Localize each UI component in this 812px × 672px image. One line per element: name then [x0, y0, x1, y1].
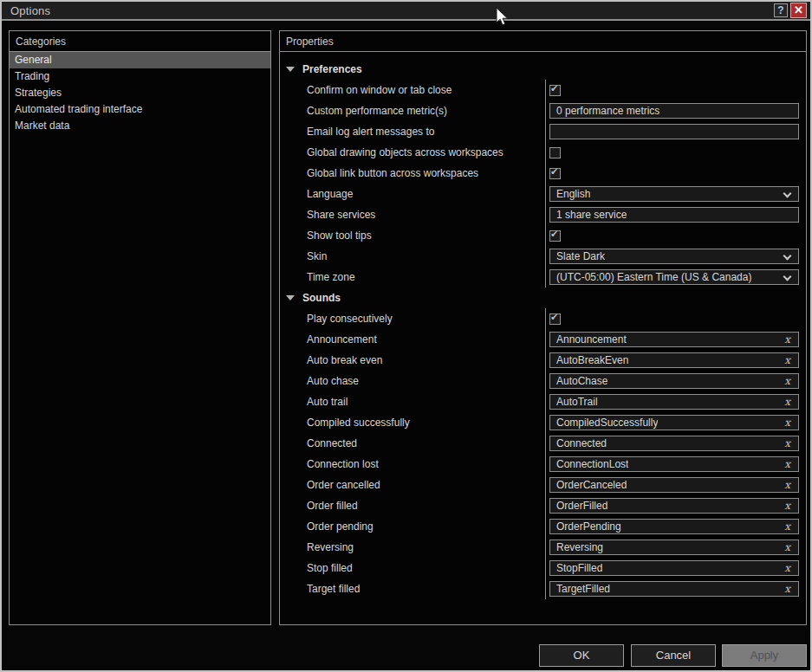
- property-label: Reversing: [280, 537, 545, 558]
- property-control-cell: AutoChasex: [545, 371, 806, 391]
- category-item-market-data[interactable]: Market data: [10, 118, 270, 134]
- sound-field-order-cancelled[interactable]: OrderCanceledx: [549, 477, 799, 493]
- checkbox-play-consecutively[interactable]: ✔: [549, 313, 561, 325]
- field-value: 0 performance metrics: [556, 105, 659, 117]
- sound-field-auto-break-even[interactable]: AutoBreakEvenx: [549, 352, 799, 368]
- checkbox-confirm-on-window-or-tab-close[interactable]: ✔: [549, 85, 561, 96]
- property-control-cell: OrderCanceledx: [545, 475, 806, 495]
- collapse-triangle-icon[interactable]: [286, 295, 295, 300]
- clear-sound-icon[interactable]: x: [784, 354, 790, 367]
- field-value: OrderPending: [556, 520, 621, 533]
- checkbox-global-drawing-objects-across-workspaces[interactable]: [549, 147, 561, 158]
- sound-field-compiled-successfully[interactable]: CompiledSuccessfullyx: [549, 415, 799, 430]
- field-value: (UTC-05:00) Eastern Time (US & Canada): [556, 271, 751, 283]
- sound-field-stop-filled[interactable]: StopFilledx: [549, 560, 799, 576]
- field-value: AutoBreakEven: [556, 354, 628, 366]
- sound-field-reversing[interactable]: Reversingx: [549, 540, 799, 555]
- sound-field-order-pending[interactable]: OrderPendingx: [549, 519, 799, 534]
- close-button[interactable]: ✕: [790, 3, 807, 18]
- property-label: Confirm on window or tab close: [280, 80, 545, 100]
- help-button[interactable]: ?: [774, 3, 788, 17]
- property-control-cell: (UTC-05:00) Eastern Time (US & Canada): [545, 267, 806, 288]
- clear-sound-icon[interactable]: x: [784, 541, 790, 554]
- property-row-reversing: ReversingReversingx: [280, 537, 806, 558]
- group-header-preferences[interactable]: Preferences: [280, 59, 806, 80]
- text-field-custom-performance-metric-s[interactable]: 0 performance metrics: [549, 103, 799, 119]
- checkbox-global-link-button-across-workspaces[interactable]: ✔: [549, 168, 561, 179]
- property-row-email-log-alert-messages-to: Email log alert messages to: [280, 121, 806, 142]
- sound-field-auto-chase[interactable]: AutoChasex: [549, 373, 799, 389]
- property-label: Order filled: [280, 495, 545, 516]
- clear-sound-icon[interactable]: x: [784, 375, 790, 388]
- clear-sound-icon[interactable]: x: [784, 396, 790, 409]
- clear-sound-icon[interactable]: x: [784, 333, 790, 346]
- cancel-button[interactable]: Cancel: [631, 644, 716, 667]
- property-label: Show tool tips: [280, 225, 545, 246]
- clear-sound-icon[interactable]: x: [784, 437, 790, 450]
- dropdown-language[interactable]: English: [549, 186, 799, 202]
- property-row-custom-performance-metric-s: Custom performance metric(s)0 performanc…: [280, 100, 806, 121]
- clear-sound-icon[interactable]: x: [784, 520, 790, 533]
- clear-sound-icon[interactable]: x: [784, 562, 790, 575]
- collapse-triangle-icon[interactable]: [286, 67, 295, 72]
- field-value: OrderCanceled: [556, 479, 627, 491]
- clear-sound-icon[interactable]: x: [784, 500, 790, 513]
- property-label: Order cancelled: [280, 475, 545, 495]
- property-control-cell: ✔: [545, 163, 806, 184]
- category-item-strategies[interactable]: Strategies: [10, 85, 270, 101]
- field-value: English: [556, 188, 590, 200]
- window-title: Options: [10, 4, 50, 17]
- window-titlebar[interactable]: Options ? ✕: [2, 2, 810, 21]
- property-row-stop-filled: Stop filledStopFilledx: [280, 558, 806, 578]
- property-row-auto-chase: Auto chaseAutoChasex: [280, 371, 806, 391]
- ok-button[interactable]: OK: [539, 644, 624, 667]
- property-label: Connection lost: [280, 454, 545, 475]
- text-field-share-services[interactable]: 1 share service: [549, 207, 799, 223]
- sound-field-order-filled[interactable]: OrderFilledx: [549, 498, 799, 514]
- property-row-global-link-button-across-workspaces: Global link button across workspaces✔: [280, 163, 806, 184]
- category-item-trading[interactable]: Trading: [10, 68, 270, 85]
- property-row-connection-lost: Connection lostConnectionLostx: [280, 454, 806, 475]
- property-row-show-tool-tips: Show tool tips✔: [280, 225, 806, 246]
- dropdown-time-zone[interactable]: (UTC-05:00) Eastern Time (US & Canada): [549, 269, 799, 285]
- group-header-sounds[interactable]: Sounds: [280, 288, 806, 308]
- field-value: Slate Dark: [556, 250, 605, 262]
- property-control-cell: English: [545, 184, 806, 204]
- options-dialog: Options ? ✕ Categories GeneralTradingStr…: [0, 0, 812, 672]
- property-control-cell: Announcementx: [545, 329, 806, 350]
- property-row-play-consecutively: Play consecutively✔: [280, 308, 806, 329]
- clear-sound-icon[interactable]: x: [784, 479, 790, 492]
- property-row-auto-trail: Auto trailAutoTrailx: [280, 391, 806, 412]
- sound-field-connected[interactable]: Connectedx: [549, 436, 799, 451]
- sound-field-target-filled[interactable]: TargetFilledx: [549, 581, 799, 597]
- categories-panel: Categories GeneralTradingStrategiesAutom…: [9, 30, 271, 625]
- property-control-cell: ✔: [545, 225, 806, 246]
- property-control-cell: StopFilledx: [545, 558, 806, 578]
- property-label: Auto trail: [280, 391, 545, 412]
- field-value: StopFilled: [556, 562, 602, 574]
- clear-sound-icon[interactable]: x: [784, 417, 790, 430]
- sound-field-connection-lost[interactable]: ConnectionLostx: [549, 456, 799, 472]
- property-label: Custom performance metric(s): [280, 100, 545, 121]
- property-label: Time zone: [280, 267, 545, 288]
- property-label: Auto chase: [280, 371, 545, 391]
- checkmark-icon: ✔: [550, 166, 558, 178]
- clear-sound-icon[interactable]: x: [784, 458, 790, 471]
- dropdown-skin[interactable]: Slate Dark: [549, 249, 799, 264]
- property-label: Language: [280, 184, 545, 204]
- property-control-cell: Slate Dark: [545, 246, 806, 267]
- property-control-cell: Reversingx: [545, 537, 806, 558]
- category-item-general[interactable]: General: [10, 52, 270, 68]
- property-row-confirm-on-window-or-tab-close: Confirm on window or tab close✔: [280, 80, 806, 100]
- property-label: Global link button across workspaces: [280, 163, 545, 184]
- sound-field-auto-trail[interactable]: AutoTrailx: [549, 394, 799, 410]
- field-value: AutoChase: [556, 375, 607, 387]
- checkbox-show-tool-tips[interactable]: ✔: [549, 230, 561, 242]
- text-field-email-log-alert-messages-to[interactable]: [549, 124, 799, 139]
- category-item-automated-trading-interface[interactable]: Automated trading interface: [10, 101, 270, 118]
- sound-field-announcement[interactable]: Announcementx: [549, 332, 799, 347]
- clear-sound-icon[interactable]: x: [784, 583, 790, 596]
- property-control-cell: ✔: [545, 80, 806, 100]
- property-control-cell: OrderFilledx: [545, 495, 806, 516]
- field-value: Connected: [556, 437, 607, 449]
